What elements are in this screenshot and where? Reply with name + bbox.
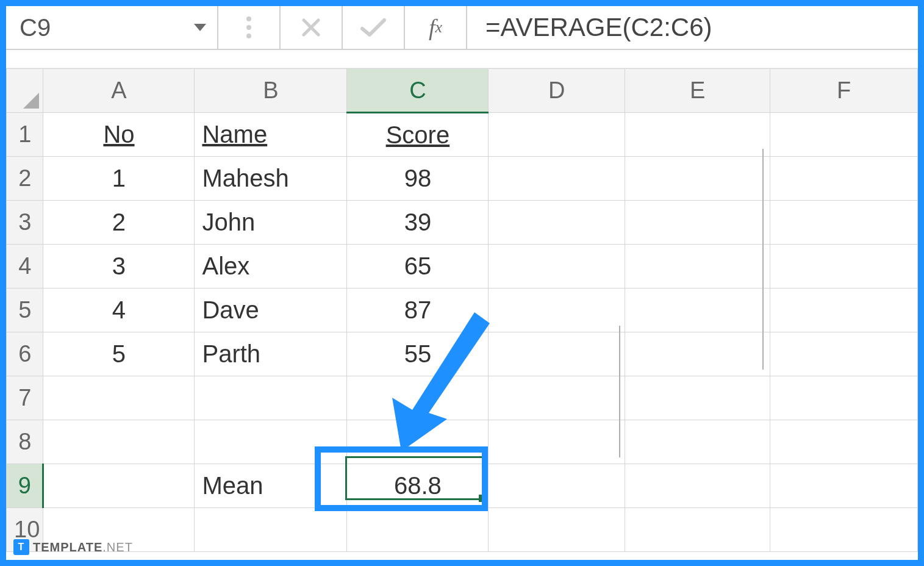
cell-F2[interactable] — [770, 157, 918, 201]
cell-A7[interactable] — [43, 376, 195, 420]
cell-A9[interactable] — [43, 464, 195, 508]
cell-B4[interactable]: Alex — [195, 245, 347, 288]
cell-B6[interactable]: Parth — [195, 332, 347, 376]
row-header-2[interactable]: 2 — [7, 157, 43, 201]
cell-A5[interactable]: 4 — [43, 288, 195, 332]
cell-E6[interactable] — [625, 332, 770, 376]
cell-A4[interactable]: 3 — [43, 245, 195, 288]
formula-input[interactable]: =AVERAGE(C2:C6) — [467, 6, 918, 49]
cell-C1[interactable]: Score — [347, 113, 489, 157]
row-header-8[interactable]: 8 — [7, 420, 43, 464]
cell-C9[interactable]: 68.8 — [347, 464, 489, 508]
cell-E7[interactable] — [625, 376, 770, 420]
cell-reference: C9 — [20, 14, 51, 41]
cell-F6[interactable] — [770, 332, 918, 376]
cell-E9[interactable] — [625, 464, 770, 508]
cell-E1[interactable] — [625, 113, 770, 157]
col-header-F[interactable]: F — [770, 69, 918, 113]
cell-C6[interactable]: 55 — [347, 332, 489, 376]
svg-point-1 — [246, 25, 251, 30]
cell-C3[interactable]: 39 — [347, 201, 489, 245]
cell-F8[interactable] — [770, 420, 918, 464]
col-header-A[interactable]: A — [43, 69, 195, 113]
cell-B10[interactable] — [195, 508, 347, 552]
cell-D10[interactable] — [489, 508, 625, 552]
cell-F7[interactable] — [770, 376, 918, 420]
cell-F3[interactable] — [770, 201, 918, 245]
cell-C2[interactable]: 98 — [347, 157, 489, 201]
cell-D8[interactable] — [489, 420, 625, 464]
col-header-D[interactable]: D — [489, 69, 625, 113]
cell-D5[interactable] — [489, 288, 625, 332]
row-header-3[interactable]: 3 — [7, 201, 43, 245]
cell-C10[interactable] — [347, 508, 489, 552]
cell-D2[interactable] — [489, 157, 625, 201]
row-header-1[interactable]: 1 — [7, 113, 43, 157]
cell-A2[interactable]: 1 — [43, 157, 195, 201]
watermark: T TEMPLATE.NET — [13, 539, 133, 555]
cell-D7[interactable] — [489, 376, 625, 420]
cell-C5[interactable]: 87 — [347, 288, 489, 332]
cell-A6[interactable]: 5 — [43, 332, 195, 376]
cell-F10[interactable] — [770, 508, 918, 552]
cell-B5[interactable]: Dave — [195, 288, 347, 332]
cell-F9[interactable] — [770, 464, 918, 508]
cell-C7[interactable] — [347, 376, 489, 420]
cell-F4[interactable] — [770, 245, 918, 288]
cell-D6[interactable] — [489, 332, 625, 376]
row-header-6[interactable]: 6 — [7, 332, 43, 376]
cell-E5[interactable] — [625, 288, 770, 332]
cell-A8[interactable] — [43, 420, 195, 464]
name-box[interactable]: C9 — [6, 6, 218, 49]
cell-B1[interactable]: Name — [195, 113, 347, 157]
row-header-7[interactable]: 7 — [7, 376, 43, 420]
cell-B8[interactable] — [195, 420, 347, 464]
cell-B3[interactable]: John — [195, 201, 347, 245]
chevron-down-icon[interactable] — [194, 24, 206, 31]
formula-bar: C9 fx =AVERAGE(C2:C6) — [6, 6, 918, 50]
cell-A3[interactable]: 2 — [43, 201, 195, 245]
cell-D3[interactable] — [489, 201, 625, 245]
spreadsheet-grid[interactable]: A B C D E F 1 No Name Score 2 1 Mahesh 9… — [6, 68, 918, 552]
cell-D9[interactable] — [489, 464, 625, 508]
cell-E2[interactable] — [625, 157, 770, 201]
confirm-button[interactable] — [343, 6, 405, 49]
cell-F1[interactable] — [770, 113, 918, 157]
cell-D1[interactable] — [489, 113, 625, 157]
col-header-E[interactable]: E — [625, 69, 770, 113]
formula-text: =AVERAGE(C2:C6) — [485, 13, 712, 42]
cancel-button[interactable] — [281, 6, 343, 49]
fx-icon[interactable]: fx — [405, 6, 467, 49]
cell-F5[interactable] — [770, 288, 918, 332]
select-all-corner[interactable] — [7, 69, 43, 113]
cell-B2[interactable]: Mahesh — [195, 157, 347, 201]
cell-E3[interactable] — [625, 201, 770, 245]
svg-point-2 — [246, 34, 251, 38]
cell-A1[interactable]: No — [43, 113, 195, 157]
cell-E10[interactable] — [625, 508, 770, 552]
row-header-9[interactable]: 9 — [7, 464, 43, 508]
cell-B7[interactable] — [195, 376, 347, 420]
cell-E8[interactable] — [625, 420, 770, 464]
watermark-rest: .NET — [102, 540, 133, 554]
more-options-button[interactable] — [218, 6, 281, 49]
cell-E4[interactable] — [625, 245, 770, 288]
row-header-5[interactable]: 5 — [7, 288, 43, 332]
row-header-4[interactable]: 4 — [7, 245, 43, 288]
svg-point-0 — [246, 16, 251, 21]
watermark-strong: TEMPLATE — [33, 540, 102, 554]
col-header-B[interactable]: B — [195, 69, 347, 113]
cell-B9[interactable]: Mean — [195, 464, 347, 508]
watermark-badge-icon: T — [13, 539, 29, 555]
cell-D4[interactable] — [489, 245, 625, 288]
col-header-C[interactable]: C — [347, 69, 489, 113]
cell-C4[interactable]: 65 — [347, 245, 489, 288]
cell-C8[interactable] — [347, 420, 489, 464]
